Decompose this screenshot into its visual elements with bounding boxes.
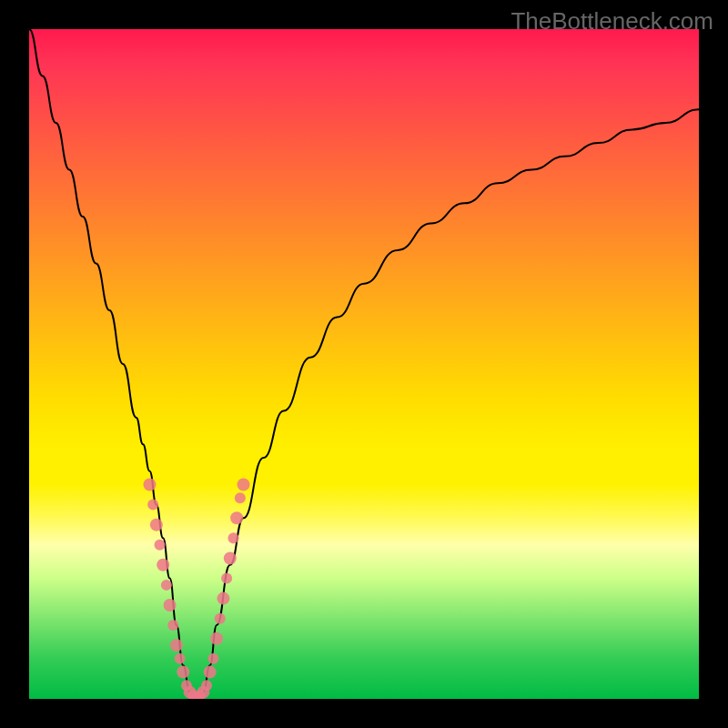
scatter-point (215, 613, 226, 624)
scatter-point (228, 532, 238, 543)
scatter-point (207, 653, 218, 664)
scatter-point (238, 478, 250, 490)
scatter-point (210, 632, 223, 645)
bottleneck-curve (29, 29, 699, 699)
scatter-point (177, 666, 189, 679)
watermark-text: TheBottleneck.com (511, 7, 713, 35)
scatter-point (201, 680, 212, 691)
scatter-point (221, 573, 232, 584)
scatter-point (204, 666, 217, 679)
scatter-point (217, 592, 229, 605)
scatter-point (170, 639, 183, 652)
scatter-point (157, 559, 169, 571)
scatter-point (161, 580, 172, 591)
curve-group (29, 29, 699, 699)
scatter-point (235, 492, 246, 503)
scatter-point (167, 620, 178, 631)
chart-container (29, 29, 699, 699)
chart-svg (29, 29, 699, 699)
scatter-point (224, 551, 237, 564)
scatter-point (150, 519, 163, 531)
scatter-point (230, 511, 243, 524)
scatter-point (143, 478, 156, 490)
scatter-point (147, 500, 158, 511)
scatter-point (155, 540, 166, 551)
scatter-point (164, 599, 177, 612)
scatter-point (175, 653, 186, 664)
